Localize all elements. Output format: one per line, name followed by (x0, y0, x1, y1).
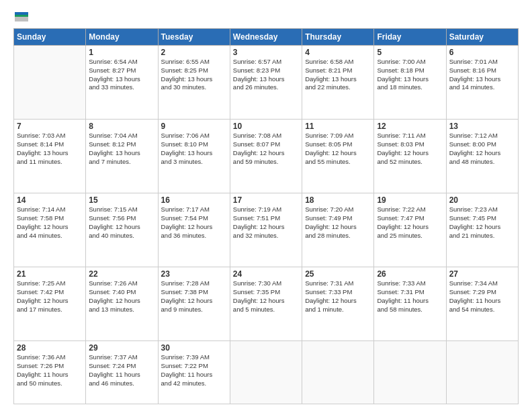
calendar-cell: 21Sunrise: 7:25 AMSunset: 7:42 PMDayligh… (14, 267, 86, 341)
day-info: Sunrise: 7:06 AMSunset: 8:10 PMDaylight:… (161, 132, 227, 166)
day-info: Sunrise: 6:55 AMSunset: 8:25 PMDaylight:… (161, 58, 227, 92)
day-number: 10 (233, 122, 299, 131)
day-number: 13 (449, 122, 515, 131)
day-number: 9 (161, 122, 227, 131)
day-number: 5 (377, 48, 443, 57)
calendar-cell: 3Sunrise: 6:57 AMSunset: 8:23 PMDaylight… (230, 46, 302, 120)
day-info: Sunrise: 7:12 AMSunset: 8:00 PMDaylight:… (449, 132, 515, 166)
calendar-cell: 19Sunrise: 7:22 AMSunset: 7:47 PMDayligh… (374, 193, 446, 267)
calendar-cell: 9Sunrise: 7:06 AMSunset: 8:10 PMDaylight… (158, 120, 230, 193)
day-info: Sunrise: 7:09 AMSunset: 8:05 PMDaylight:… (305, 132, 371, 166)
day-number: 19 (377, 195, 443, 205)
day-number: 18 (305, 195, 371, 205)
day-number: 25 (305, 269, 371, 279)
day-number: 27 (449, 269, 515, 279)
day-number: 24 (233, 269, 299, 279)
calendar-week-5: 28Sunrise: 7:36 AMSunset: 7:26 PMDayligh… (14, 341, 519, 404)
day-info: Sunrise: 7:15 AMSunset: 7:56 PMDaylight:… (89, 205, 154, 240)
day-number: 26 (377, 269, 443, 279)
calendar-cell (14, 46, 86, 120)
calendar-header-thursday: Thursday (302, 29, 374, 46)
calendar-header-row: SundayMondayTuesdayWednesdayThursdayFrid… (14, 29, 519, 46)
calendar-cell: 30Sunrise: 7:39 AMSunset: 7:22 PMDayligh… (158, 341, 230, 404)
calendar-cell: 27Sunrise: 7:34 AMSunset: 7:29 PMDayligh… (446, 267, 518, 341)
day-info: Sunrise: 7:36 AMSunset: 7:26 PMDaylight:… (17, 353, 83, 387)
svg-rect-7 (15, 17, 28, 21)
day-number: 3 (233, 48, 299, 57)
header (13, 12, 519, 21)
calendar-cell: 20Sunrise: 7:23 AMSunset: 7:45 PMDayligh… (446, 193, 518, 267)
calendar-header-sunday: Sunday (14, 29, 86, 46)
page: SundayMondayTuesdayWednesdayThursdayFrid… (0, 0, 532, 411)
day-info: Sunrise: 7:17 AMSunset: 7:54 PMDaylight:… (161, 205, 227, 240)
calendar-cell: 6Sunrise: 7:01 AMSunset: 8:16 PMDaylight… (446, 46, 518, 120)
day-info: Sunrise: 7:30 AMSunset: 7:35 PMDaylight:… (233, 279, 299, 314)
day-number: 1 (89, 48, 154, 57)
day-info: Sunrise: 7:14 AMSunset: 7:58 PMDaylight:… (17, 205, 83, 240)
day-info: Sunrise: 7:31 AMSunset: 7:33 PMDaylight:… (305, 279, 371, 314)
calendar-header-tuesday: Tuesday (158, 29, 230, 46)
calendar-cell: 7Sunrise: 7:03 AMSunset: 8:14 PMDaylight… (14, 120, 86, 193)
calendar-body: 1Sunrise: 6:54 AMSunset: 8:27 PMDaylight… (14, 46, 519, 404)
day-number: 23 (161, 269, 227, 279)
calendar-header-saturday: Saturday (446, 29, 518, 46)
calendar-week-2: 7Sunrise: 7:03 AMSunset: 8:14 PMDaylight… (14, 120, 519, 193)
day-info: Sunrise: 6:57 AMSunset: 8:23 PMDaylight:… (233, 58, 299, 92)
day-number: 22 (89, 269, 154, 279)
day-info: Sunrise: 7:00 AMSunset: 8:18 PMDaylight:… (377, 58, 443, 92)
day-number: 15 (89, 195, 154, 205)
day-number: 14 (17, 195, 83, 205)
calendar-cell: 12Sunrise: 7:11 AMSunset: 8:03 PMDayligh… (374, 120, 446, 193)
day-info: Sunrise: 7:25 AMSunset: 7:42 PMDaylight:… (17, 279, 83, 314)
logo (13, 12, 28, 21)
day-number: 30 (161, 343, 227, 353)
day-number: 20 (449, 195, 515, 205)
day-info: Sunrise: 7:01 AMSunset: 8:16 PMDaylight:… (449, 58, 515, 92)
calendar-cell (230, 341, 302, 404)
day-number: 17 (233, 195, 299, 205)
calendar-cell: 22Sunrise: 7:26 AMSunset: 7:40 PMDayligh… (86, 267, 158, 341)
calendar-table: SundayMondayTuesdayWednesdayThursdayFrid… (13, 28, 519, 404)
day-info: Sunrise: 7:26 AMSunset: 7:40 PMDaylight:… (89, 279, 154, 314)
day-info: Sunrise: 7:20 AMSunset: 7:49 PMDaylight:… (305, 205, 371, 240)
day-info: Sunrise: 7:19 AMSunset: 7:51 PMDaylight:… (233, 205, 299, 240)
calendar-cell: 24Sunrise: 7:30 AMSunset: 7:35 PMDayligh… (230, 267, 302, 341)
day-info: Sunrise: 7:04 AMSunset: 8:12 PMDaylight:… (89, 132, 154, 166)
day-number: 4 (305, 48, 371, 57)
day-number: 6 (449, 48, 515, 57)
calendar-cell: 29Sunrise: 7:37 AMSunset: 7:24 PMDayligh… (86, 341, 158, 404)
day-info: Sunrise: 7:08 AMSunset: 8:07 PMDaylight:… (233, 132, 299, 166)
day-info: Sunrise: 7:22 AMSunset: 7:47 PMDaylight:… (377, 205, 443, 240)
calendar-cell: 15Sunrise: 7:15 AMSunset: 7:56 PMDayligh… (86, 193, 158, 267)
day-info: Sunrise: 6:54 AMSunset: 8:27 PMDaylight:… (89, 58, 154, 92)
svg-rect-6 (15, 15, 28, 17)
calendar-week-1: 1Sunrise: 6:54 AMSunset: 8:27 PMDaylight… (14, 46, 519, 120)
calendar-header-wednesday: Wednesday (230, 29, 302, 46)
day-number: 29 (89, 343, 154, 353)
calendar-week-3: 14Sunrise: 7:14 AMSunset: 7:58 PMDayligh… (14, 193, 519, 267)
calendar-cell: 28Sunrise: 7:36 AMSunset: 7:26 PMDayligh… (14, 341, 86, 404)
logo-flag-icon (15, 12, 28, 21)
calendar-cell: 18Sunrise: 7:20 AMSunset: 7:49 PMDayligh… (302, 193, 374, 267)
calendar-header-friday: Friday (374, 29, 446, 46)
day-number: 8 (89, 122, 154, 131)
calendar-cell: 17Sunrise: 7:19 AMSunset: 7:51 PMDayligh… (230, 193, 302, 267)
calendar-week-4: 21Sunrise: 7:25 AMSunset: 7:42 PMDayligh… (14, 267, 519, 341)
calendar-cell: 10Sunrise: 7:08 AMSunset: 8:07 PMDayligh… (230, 120, 302, 193)
calendar-cell: 23Sunrise: 7:28 AMSunset: 7:38 PMDayligh… (158, 267, 230, 341)
day-info: Sunrise: 7:37 AMSunset: 7:24 PMDaylight:… (89, 353, 154, 387)
day-number: 28 (17, 343, 83, 353)
calendar-cell: 4Sunrise: 6:58 AMSunset: 8:21 PMDaylight… (302, 46, 374, 120)
calendar-cell: 25Sunrise: 7:31 AMSunset: 7:33 PMDayligh… (302, 267, 374, 341)
calendar-cell: 8Sunrise: 7:04 AMSunset: 8:12 PMDaylight… (86, 120, 158, 193)
day-number: 12 (377, 122, 443, 131)
day-info: Sunrise: 7:23 AMSunset: 7:45 PMDaylight:… (449, 205, 515, 240)
day-number: 16 (161, 195, 227, 205)
day-number: 7 (17, 122, 83, 131)
day-info: Sunrise: 7:33 AMSunset: 7:31 PMDaylight:… (377, 279, 443, 314)
day-number: 11 (305, 122, 371, 131)
day-info: Sunrise: 7:28 AMSunset: 7:38 PMDaylight:… (161, 279, 227, 314)
calendar-cell: 1Sunrise: 6:54 AMSunset: 8:27 PMDaylight… (86, 46, 158, 120)
calendar-cell: 2Sunrise: 6:55 AMSunset: 8:25 PMDaylight… (158, 46, 230, 120)
calendar-cell: 26Sunrise: 7:33 AMSunset: 7:31 PMDayligh… (374, 267, 446, 341)
